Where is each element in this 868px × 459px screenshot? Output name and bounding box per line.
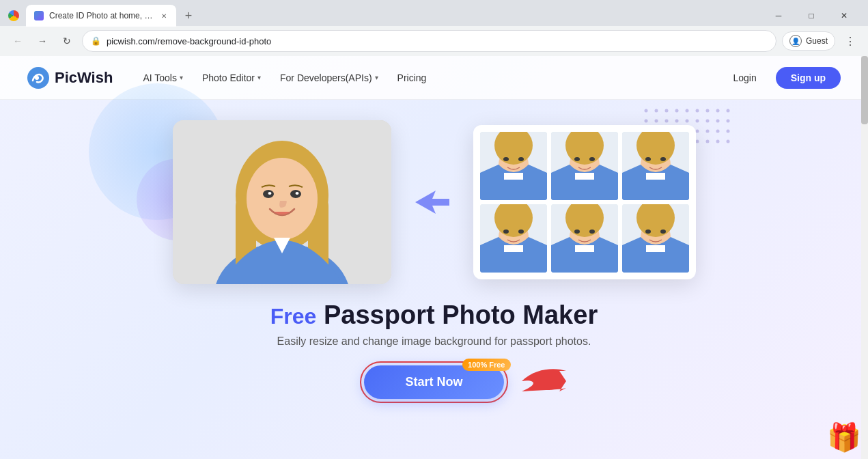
id-photo-5 xyxy=(551,204,618,273)
svg-point-27 xyxy=(574,157,580,161)
browser-menu-button[interactable]: ⋮ xyxy=(841,31,860,51)
tab-bar: Create ID Photo at home, Re... ✕ + xyxy=(8,5,757,27)
source-photo-image xyxy=(173,120,391,284)
id-photo-3 xyxy=(622,132,689,200)
signup-button[interactable]: Sign up xyxy=(776,67,841,89)
cta-button-wrap: Start Now 100% Free xyxy=(364,365,503,399)
logo-text: PicWish xyxy=(55,69,113,87)
svg-point-81 xyxy=(706,130,710,133)
profile-icon: 👤 xyxy=(789,35,802,47)
gift-icon: 🎁 xyxy=(827,421,861,454)
svg-point-13 xyxy=(268,192,271,195)
chevron-down-icon: ▾ xyxy=(257,74,261,81)
hero-title: Free Passport Photo Maker xyxy=(270,301,598,330)
svg-point-80 xyxy=(696,130,699,133)
profile-button[interactable]: 👤 Guest xyxy=(782,31,835,51)
scrollbar-thumb[interactable] xyxy=(861,56,868,124)
tab-close-button[interactable]: ✕ xyxy=(159,11,168,20)
svg-point-64 xyxy=(716,109,720,113)
profile-label: Guest xyxy=(806,36,828,46)
svg-rect-47 xyxy=(575,245,594,252)
svg-point-65 xyxy=(727,109,730,113)
svg-point-58 xyxy=(655,109,658,113)
svg-point-89 xyxy=(696,140,699,143)
chevron-down-icon: ▾ xyxy=(375,74,378,81)
nav-item-photo-editor[interactable]: Photo Editor ▾ xyxy=(194,68,269,87)
close-window-button[interactable]: ✕ xyxy=(828,5,860,26)
svg-rect-33 xyxy=(646,173,665,180)
svg-point-62 xyxy=(696,109,699,113)
svg-point-34 xyxy=(645,157,651,161)
svg-point-59 xyxy=(665,109,669,113)
svg-point-35 xyxy=(660,157,666,161)
id-photo-1 xyxy=(480,132,547,200)
svg-point-49 xyxy=(589,230,595,234)
forward-button[interactable]: → xyxy=(33,31,52,51)
hero-section: Free Passport Photo Maker Easily resize … xyxy=(0,100,868,403)
svg-point-48 xyxy=(574,230,580,234)
svg-point-20 xyxy=(503,157,509,161)
svg-point-21 xyxy=(518,157,524,161)
nav-photo-editor-label: Photo Editor xyxy=(202,72,255,83)
minimize-button[interactable]: ─ xyxy=(763,5,794,26)
svg-point-71 xyxy=(696,120,699,123)
back-button[interactable]: ← xyxy=(8,31,27,51)
nav-pricing-label: Pricing xyxy=(397,72,427,83)
new-tab-button[interactable]: + xyxy=(179,6,198,25)
images-row xyxy=(173,120,696,284)
svg-point-1 xyxy=(35,76,39,80)
svg-rect-19 xyxy=(504,173,523,180)
url-text: picwish.com/remove-background-id-photo xyxy=(107,36,768,46)
cta-container: Start Now 100% Free xyxy=(360,361,507,403)
active-tab[interactable]: Create ID Photo at home, Re... ✕ xyxy=(26,5,176,27)
lock-icon: 🔒 xyxy=(91,36,101,46)
browser-toolbar: ← → ↻ 🔒 picwish.com/remove-background-id… xyxy=(0,26,868,56)
cta-border: Start Now 100% Free xyxy=(360,361,507,403)
id-photo-4 xyxy=(480,204,547,273)
svg-point-91 xyxy=(716,140,720,143)
red-arrow xyxy=(515,364,570,401)
svg-point-61 xyxy=(686,109,689,113)
red-arrow-icon xyxy=(515,364,570,398)
svg-rect-40 xyxy=(504,245,523,252)
svg-rect-26 xyxy=(575,173,594,180)
nav-for-developers-label: For Developers(APIs) xyxy=(280,72,372,83)
svg-point-10 xyxy=(247,158,318,240)
maximize-button[interactable]: □ xyxy=(796,5,827,26)
logo[interactable]: PicWish xyxy=(27,67,113,89)
svg-point-14 xyxy=(295,192,298,195)
hero-title-free: Free xyxy=(270,304,317,329)
tab-favicon xyxy=(34,11,44,20)
svg-point-72 xyxy=(706,120,710,123)
nav-ai-tools-label: AI Tools xyxy=(143,72,177,83)
nav-item-pricing[interactable]: Pricing xyxy=(389,68,435,87)
svg-point-73 xyxy=(716,120,720,123)
scrollbar[interactable] xyxy=(861,56,868,459)
source-photo xyxy=(173,120,391,284)
id-photos-grid xyxy=(473,125,696,279)
svg-point-55 xyxy=(645,230,651,234)
id-photo-6 xyxy=(622,204,689,273)
arrow-between-icon xyxy=(412,185,453,219)
svg-point-63 xyxy=(706,109,710,113)
nav-links: AI Tools ▾ Photo Editor ▾ For Developers… xyxy=(135,68,722,87)
window-controls: ─ □ ✕ xyxy=(763,5,860,26)
svg-point-28 xyxy=(589,157,595,161)
svg-point-41 xyxy=(503,230,509,234)
browser-title-bar: Create ID Photo at home, Re... ✕ + ─ □ ✕ xyxy=(0,0,868,26)
chevron-down-icon: ▾ xyxy=(180,74,183,81)
svg-point-82 xyxy=(716,130,720,133)
svg-point-92 xyxy=(727,140,730,143)
svg-point-74 xyxy=(727,120,730,123)
svg-point-57 xyxy=(645,109,648,113)
hero-text: Free Passport Photo Maker Easily resize … xyxy=(270,301,598,403)
svg-rect-54 xyxy=(646,245,665,252)
svg-point-83 xyxy=(727,130,730,133)
tab-title: Create ID Photo at home, Re... xyxy=(49,11,154,20)
hero-subtitle: Easily resize and change image backgroun… xyxy=(270,335,598,348)
address-bar[interactable]: 🔒 picwish.com/remove-background-id-photo xyxy=(82,30,776,52)
nav-item-for-developers[interactable]: For Developers(APIs) ▾ xyxy=(272,68,387,87)
refresh-button[interactable]: ↻ xyxy=(57,31,76,51)
svg-point-42 xyxy=(518,230,524,234)
svg-point-60 xyxy=(675,109,679,113)
